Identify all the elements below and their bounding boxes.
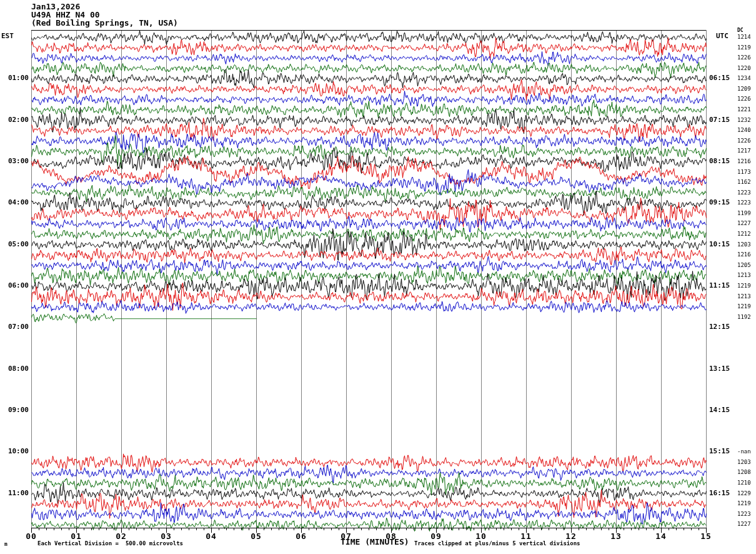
dc-value: 1209: [737, 86, 751, 92]
utc-hour-label: 10:15: [709, 241, 730, 248]
dc-value: 1234: [737, 76, 751, 81]
x-tick-label: 06: [289, 532, 314, 540]
title-location: (Red Boiling Springs, TN, USA): [31, 19, 178, 27]
dc-column-header: DC: [737, 28, 744, 33]
est-hour-label: 07:00: [0, 323, 29, 330]
x-tick-label: 00: [19, 532, 44, 540]
dc-value: 1219: [737, 501, 751, 506]
x-tick-label: 02: [109, 532, 134, 540]
dc-value: 1162: [737, 179, 751, 185]
dc-value: 1208: [737, 470, 751, 475]
dc-value: 1213: [737, 294, 751, 300]
left-axis-header: EST: [1, 33, 14, 39]
seismogram-canvas: [0, 0, 756, 554]
utc-hour-label: 06:15: [709, 74, 730, 81]
dc-value: 1213: [737, 273, 751, 278]
utc-hour-label: 14:15: [709, 406, 730, 413]
dc-value: 1217: [737, 148, 751, 154]
right-axis-header: UTC: [716, 33, 729, 39]
dc-value: 1221: [737, 107, 751, 113]
dc-value: 1199: [737, 211, 751, 216]
x-tick-label: 03: [154, 532, 179, 540]
dc-value: 1212: [737, 231, 751, 237]
utc-hour-label: 08:15: [709, 158, 730, 164]
dc-value: 1223: [737, 190, 751, 196]
dc-value: 1173: [737, 169, 751, 175]
dc-value: 1205: [737, 263, 751, 268]
corner-mark: m: [4, 542, 7, 547]
x-tick-label: 13: [604, 532, 629, 540]
est-hour-label: 10:00: [0, 448, 29, 455]
est-hour-label: 04:00: [0, 199, 29, 206]
dc-value: 1229: [737, 491, 751, 496]
utc-hour-label: 07:15: [709, 116, 730, 123]
dc-value: 1216: [737, 252, 751, 258]
dc-value: 1226: [737, 96, 751, 102]
dc-value: 1219: [737, 283, 751, 289]
dc-value: 1220: [737, 66, 751, 71]
dc-value: 1223: [737, 200, 751, 206]
dc-value: 1203: [737, 460, 751, 465]
dc-value: 1219: [737, 304, 751, 310]
dc-value: 1227: [737, 521, 751, 527]
est-hour-label: 09:00: [0, 406, 29, 413]
dc-value: 1192: [737, 315, 751, 320]
x-tick-label: 12: [559, 532, 584, 540]
est-hour-label: 03:00: [0, 158, 29, 164]
utc-hour-label: 15:15: [709, 448, 730, 455]
utc-hour-label: 13:15: [709, 365, 730, 372]
x-tick-label: 04: [199, 532, 224, 540]
est-hour-label: 05:00: [0, 241, 29, 248]
x-axis-title: TIME (MINUTES): [341, 538, 409, 546]
est-hour-label: 11:00: [0, 490, 29, 496]
dc-value: 1227: [737, 221, 751, 226]
utc-hour-label: 16:15: [709, 490, 730, 496]
x-tick-label: 15: [694, 532, 719, 540]
division-note: Each Vertical Division = 500.00 microvol…: [37, 541, 183, 546]
dc-value: 1219: [737, 45, 751, 51]
est-hour-label: 08:00: [0, 365, 29, 372]
dc-value: 1226: [737, 138, 751, 144]
helicorder-page: Jan13,2026 U49A HHZ N4 00 (Red Boiling S…: [0, 0, 756, 554]
x-tick-label: 05: [244, 532, 269, 540]
utc-hour-label: 09:15: [709, 199, 730, 206]
dc-value: 1203: [737, 242, 751, 248]
utc-hour-label: 11:15: [709, 282, 730, 289]
dc-value: 1223: [737, 511, 751, 517]
dc-value: 1232: [737, 118, 751, 123]
est-hour-label: 06:00: [0, 282, 29, 289]
dc-value: -nan: [737, 449, 751, 455]
x-tick-label: 09: [424, 532, 449, 540]
utc-hour-label: 12:15: [709, 323, 730, 330]
dc-value: 1226: [737, 55, 751, 61]
x-tick-label: 10: [469, 532, 494, 540]
est-hour-label: 01:00: [0, 74, 29, 81]
dc-value: 1216: [737, 159, 751, 164]
dc-value: 1210: [737, 480, 751, 486]
x-tick-label: 14: [649, 532, 674, 540]
dc-value: 1240: [737, 128, 751, 133]
x-tick-label: 11: [514, 532, 539, 540]
dc-value: 1214: [737, 34, 751, 40]
est-hour-label: 02:00: [0, 116, 29, 123]
x-tick-label: 01: [64, 532, 89, 540]
clip-note: Traces clipped at plus/minus 5 vertical …: [414, 541, 580, 546]
